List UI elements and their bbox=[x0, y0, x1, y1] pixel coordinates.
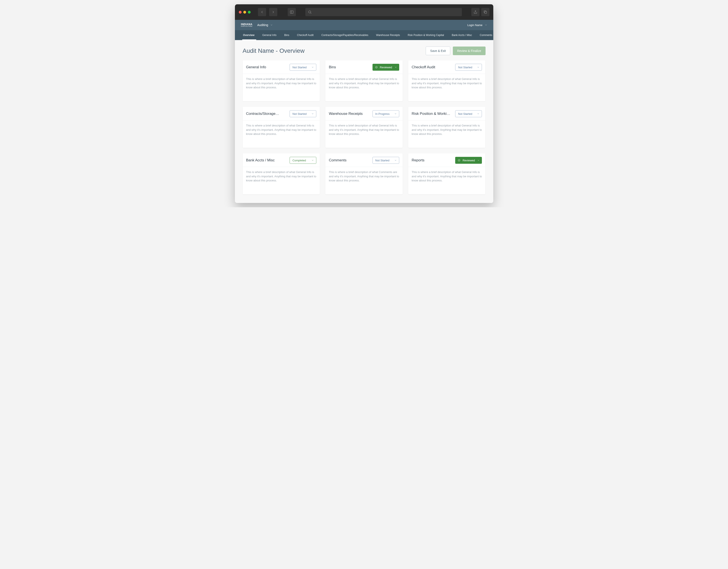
close-window-button[interactable] bbox=[239, 11, 242, 14]
card-description: This is where a brief description of wha… bbox=[243, 167, 320, 187]
chevron-down-icon bbox=[394, 112, 397, 115]
card-head: Warehouse ReceiptsIn Progress bbox=[325, 107, 403, 120]
sidebar-toggle-button[interactable] bbox=[288, 8, 296, 16]
card-title: General Info bbox=[246, 65, 266, 69]
card-description: This is where a brief description of wha… bbox=[243, 74, 320, 94]
page-body: Audit Name - Overview Save & Exit Review… bbox=[235, 40, 493, 203]
status-label: Reviewed bbox=[463, 159, 475, 162]
login-dropdown[interactable]: Login Name bbox=[467, 23, 487, 27]
card-general-info: General InfoNot StartedThis is where a b… bbox=[243, 60, 320, 101]
status-select[interactable]: Not Started bbox=[455, 64, 482, 71]
tab-bins[interactable]: Bins bbox=[280, 30, 293, 40]
app-title-dropdown[interactable]: Auditing bbox=[257, 23, 273, 27]
back-button[interactable] bbox=[258, 8, 266, 16]
chevron-down-icon bbox=[311, 112, 314, 115]
tab-overview[interactable]: Overview bbox=[240, 30, 258, 40]
card-risk-position-working: Risk Position & Working…Not StartedThis … bbox=[408, 107, 486, 148]
svg-line-3 bbox=[310, 13, 311, 13]
status-select[interactable]: Not Started bbox=[290, 110, 316, 117]
app-window: INDIANA AGRICULTURE Auditing Login Name … bbox=[235, 4, 493, 203]
review-finalize-button[interactable]: Review & Finalize bbox=[453, 47, 485, 55]
chevron-left-icon bbox=[260, 10, 264, 14]
tab-checkoff-audit[interactable]: Checkoff Audit bbox=[293, 30, 317, 40]
save-exit-button[interactable]: Save & Exit bbox=[426, 47, 450, 55]
maximize-window-button[interactable] bbox=[248, 11, 251, 14]
svg-rect-0 bbox=[290, 11, 293, 13]
tab-contracts-storage-payables-receivables[interactable]: Contracts/Storage/Payables/Receivables bbox=[317, 30, 372, 40]
tabs-bar: OverviewGeneral InfoBinsCheckoff AuditCo… bbox=[235, 30, 493, 40]
logo: INDIANA AGRICULTURE bbox=[241, 23, 253, 27]
status-select[interactable]: Reviewed bbox=[455, 157, 482, 164]
copy-icon bbox=[483, 10, 487, 14]
card-head: Contracts/Storage…Not Started bbox=[243, 107, 320, 120]
login-label: Login Name bbox=[467, 23, 482, 27]
card-description: This is where a brief description of wha… bbox=[408, 120, 486, 140]
chevron-down-icon bbox=[311, 66, 314, 68]
card-title: Bank Accts / Misc bbox=[246, 158, 275, 162]
check-circle-icon bbox=[375, 66, 378, 68]
tab-general-info[interactable]: General Info bbox=[258, 30, 280, 40]
card-description: This is where a brief description of wha… bbox=[408, 74, 486, 94]
card-description: This is where a brief description of wha… bbox=[325, 74, 403, 94]
card-title: Bins bbox=[329, 65, 336, 69]
forward-button[interactable] bbox=[269, 8, 277, 16]
tab-comments[interactable]: Comments bbox=[476, 30, 493, 40]
panel-icon bbox=[290, 10, 294, 14]
status-select[interactable]: In Progress bbox=[373, 110, 399, 117]
status-select[interactable]: Not Started bbox=[290, 64, 316, 71]
share-button[interactable] bbox=[471, 8, 480, 16]
svg-rect-5 bbox=[485, 11, 487, 13]
tabs-button[interactable] bbox=[481, 8, 489, 16]
chevron-down-icon bbox=[270, 24, 273, 26]
card-comments: CommentsNot StartedThis is where a brief… bbox=[325, 153, 403, 194]
address-bar[interactable] bbox=[305, 8, 462, 16]
cards-grid: General InfoNot StartedThis is where a b… bbox=[243, 60, 486, 194]
status-label: Not Started bbox=[458, 112, 472, 115]
page-title: Audit Name - Overview bbox=[243, 47, 305, 54]
status-label: Reviewed bbox=[380, 66, 392, 69]
card-description: This is where a brief description of wha… bbox=[325, 120, 403, 140]
chevron-down-icon bbox=[394, 66, 397, 68]
card-head: CommentsNot Started bbox=[325, 153, 403, 167]
traffic-lights bbox=[239, 11, 251, 14]
card-head: General InfoNot Started bbox=[243, 60, 320, 74]
card-bins: BinsReviewedThis is where a brief descri… bbox=[325, 60, 403, 101]
tab-risk-position-working-capital[interactable]: Risk Position & Working Capital bbox=[404, 30, 448, 40]
card-title: Checkoff Audit bbox=[412, 65, 435, 69]
share-icon bbox=[473, 10, 477, 14]
card-description: This is where a brief description of wha… bbox=[325, 167, 403, 187]
status-label: Completed bbox=[292, 159, 306, 162]
status-label: In Progress bbox=[375, 112, 390, 115]
check-circle-icon bbox=[458, 159, 460, 161]
card-title: Warehouse Receipts bbox=[329, 112, 363, 116]
svg-point-6 bbox=[375, 66, 377, 68]
page-head: Audit Name - Overview Save & Exit Review… bbox=[243, 47, 486, 55]
status-select[interactable]: Not Started bbox=[373, 157, 399, 164]
card-reports: ReportsReviewedThis is where a brief des… bbox=[408, 153, 486, 194]
chevron-down-icon bbox=[394, 159, 397, 161]
card-checkoff-audit: Checkoff AuditNot StartedThis is where a… bbox=[408, 60, 486, 101]
status-label: Not Started bbox=[458, 66, 472, 69]
status-select[interactable]: Reviewed bbox=[373, 64, 399, 71]
card-head: Risk Position & Working…Not Started bbox=[408, 107, 486, 120]
logo-main: INDIANA bbox=[241, 23, 253, 26]
minimize-window-button[interactable] bbox=[243, 11, 246, 14]
chevron-down-icon bbox=[477, 112, 480, 115]
status-select[interactable]: Completed bbox=[290, 157, 316, 164]
card-description: This is where a brief description of wha… bbox=[243, 120, 320, 140]
card-head: BinsReviewed bbox=[325, 60, 403, 74]
card-title: Contracts/Storage… bbox=[246, 112, 279, 116]
search-icon bbox=[308, 10, 312, 14]
svg-point-2 bbox=[309, 11, 311, 13]
chevron-down-icon bbox=[485, 24, 487, 26]
tab-warehouse-receipts[interactable]: Warehouse Receipts bbox=[372, 30, 404, 40]
card-title: Reports bbox=[412, 158, 425, 162]
status-select[interactable]: Not Started bbox=[455, 110, 482, 117]
status-label: Not Started bbox=[292, 112, 307, 115]
tab-bank-accts-misc[interactable]: Bank Accts / Misc bbox=[448, 30, 476, 40]
logo-sub: AGRICULTURE bbox=[241, 26, 253, 27]
card-contracts-storage: Contracts/Storage…Not StartedThis is whe… bbox=[243, 107, 320, 148]
chevron-right-icon bbox=[271, 10, 275, 14]
app-header: INDIANA AGRICULTURE Auditing Login Name bbox=[235, 20, 493, 30]
chevron-down-icon bbox=[477, 66, 480, 68]
